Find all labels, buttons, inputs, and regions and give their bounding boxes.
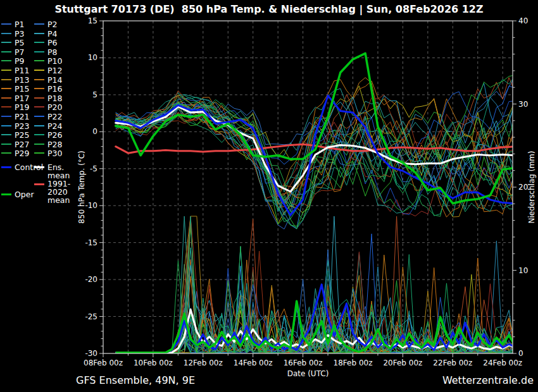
precip-tick-label: 30 <box>518 100 528 109</box>
temp-tick-label: -25 <box>85 312 97 321</box>
x-tick-label: 14Feb 00z <box>234 358 273 367</box>
y-axis-title-left: 850 hPa Temp. (°C) <box>77 150 86 224</box>
temp-tick-label: -20 <box>85 275 97 284</box>
temp-tick-label: -30 <box>85 349 97 358</box>
temp-tick-label: 5 <box>92 90 97 99</box>
x-tick-label: 22Feb 00z <box>433 358 472 367</box>
x-tick-label: 20Feb 00z <box>383 358 422 367</box>
axis-ticks <box>99 21 516 357</box>
x-tick-label: 18Feb 00z <box>334 358 373 367</box>
temp-tick-label: -10 <box>85 201 97 210</box>
ensemble-chart-screen: Stuttgart 70173 (DE) 850 hPa Temp. & Nie… <box>0 0 538 392</box>
precip-tick-label: 0 <box>518 349 523 358</box>
temp-tick-label: 10 <box>88 53 97 62</box>
temp-tick-label: -5 <box>90 164 97 173</box>
x-tick-label: 12Feb 00z <box>184 358 223 367</box>
precip-tick-label: 10 <box>518 266 528 275</box>
precip-tick-label: 20 <box>518 183 528 192</box>
footer-brand: Wetterzentrale.de <box>442 374 534 386</box>
temp-tick-label: 15 <box>88 16 97 25</box>
temp-tick-label: -15 <box>85 238 97 247</box>
member-temp-P22 <box>116 86 515 165</box>
x-tick-label: 24Feb 00z <box>483 358 522 367</box>
member-temp-lines <box>116 75 515 230</box>
footer-model-info: GFS Ensemble, 49N, 9E <box>76 374 195 386</box>
x-tick-label: 10Feb 00z <box>134 358 173 367</box>
x-tick-label: 16Feb 00z <box>284 358 323 367</box>
x-tick-label: 08Feb 00z <box>84 358 123 367</box>
member-temp-P20 <box>116 111 515 216</box>
temp-tick-label: 0 <box>92 127 97 136</box>
y-axis-title-right: Niederschlag (mm) <box>527 151 536 224</box>
precip-tick-label: 40 <box>518 16 528 25</box>
